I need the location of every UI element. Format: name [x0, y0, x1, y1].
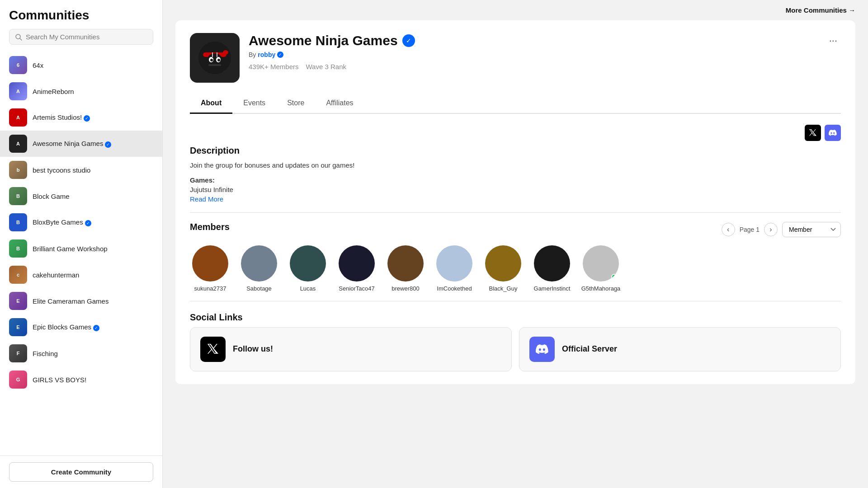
search-icon	[15, 33, 22, 41]
community-item-label: Brilliant Game Workshop	[33, 245, 108, 253]
sidebar-item-epic[interactable]: EEpic Blocks Games✓	[0, 314, 162, 340]
prev-page-button[interactable]: ‹	[722, 223, 735, 236]
member-card-g5th[interactable]: G5thMahoraga	[580, 245, 621, 292]
community-avatar: A	[9, 82, 27, 100]
rank-stat: Wave 3 Rank	[306, 63, 346, 70]
community-avatar: B	[9, 239, 27, 258]
svg-point-7	[210, 59, 213, 61]
community-avatar: E	[9, 292, 27, 310]
community-item-label: Artemis Studios!✓	[33, 113, 90, 122]
sidebar: Communities 664xAAnimeRebornAArtemis Stu…	[0, 0, 163, 488]
members-header: Members ‹ Page 1 › MemberOfficerOwnerAll…	[190, 222, 841, 237]
member-avatar	[290, 245, 326, 282]
community-item-label: 64x	[33, 61, 43, 69]
community-stats: 439K+ Members Wave 3 Rank	[249, 63, 816, 70]
tab-store[interactable]: Store	[276, 94, 315, 114]
verified-icon: ✓	[105, 141, 111, 148]
member-card-senior[interactable]: SeniorTaco47	[336, 245, 377, 292]
member-avatar	[485, 245, 521, 282]
sidebar-item-elite[interactable]: EElite Cameraman Games	[0, 288, 162, 314]
community-logo-svg	[197, 40, 233, 76]
member-avatar	[387, 245, 424, 282]
tab-about[interactable]: About	[190, 94, 232, 114]
member-card-gamerr[interactable]: GamerInstinct	[532, 245, 572, 292]
twitter-icon	[200, 337, 226, 362]
members-section: Members ‹ Page 1 › MemberOfficerOwnerAll…	[190, 222, 841, 292]
member-name: Lucas	[300, 285, 316, 292]
sidebar-item-girls[interactable]: GGIRLS VS BOYS!	[0, 366, 162, 393]
member-card-sabotage[interactable]: Sabotage	[239, 245, 279, 292]
member-name: G5thMahoraga	[581, 285, 621, 292]
member-avatar	[436, 245, 472, 282]
create-community-button[interactable]: Create Community	[9, 462, 153, 482]
members-controls: ‹ Page 1 › MemberOfficerOwnerAll Roles	[722, 222, 841, 237]
social-card-twitter[interactable]: Follow us!	[190, 327, 512, 371]
member-filter-dropdown[interactable]: MemberOfficerOwnerAll Roles	[782, 222, 841, 237]
member-card-imcook[interactable]: ImCookethed	[434, 245, 475, 292]
community-info: Awesome Ninja Games ✓ By robby ✓ 439K+ M…	[249, 33, 816, 70]
discord-social-icon[interactable]	[825, 125, 841, 141]
members-stat: 439K+ Members	[249, 63, 298, 70]
read-more-link[interactable]: Read More	[190, 195, 223, 203]
author-verified-badge: ✓	[277, 52, 283, 58]
member-card-brewer[interactable]: brewer800	[385, 245, 426, 292]
social-card-label: Official Server	[562, 344, 617, 354]
next-page-button[interactable]: ›	[764, 223, 778, 236]
member-card-lucas[interactable]: Lucas	[288, 245, 328, 292]
description-title: Description	[190, 145, 841, 156]
more-communities-link[interactable]: More Communities →	[786, 6, 855, 14]
social-links-section: Social Links Follow us!Official Server	[190, 312, 841, 371]
social-cards: Follow us!Official Server	[190, 327, 841, 371]
community-avatar: 6	[9, 56, 27, 74]
member-card-sukuna[interactable]: sukuna2737	[190, 245, 231, 292]
svg-point-8	[217, 59, 220, 61]
community-item-label: GIRLS VS BOYS!	[33, 376, 86, 384]
discord-icon	[529, 337, 555, 362]
community-author[interactable]: robby	[258, 51, 275, 58]
sidebar-header: Communities	[0, 0, 162, 49]
member-avatar	[339, 245, 375, 282]
community-logo	[190, 33, 240, 83]
svg-line-1	[20, 38, 22, 40]
sidebar-item-best[interactable]: bbest tycoons studio	[0, 157, 162, 183]
social-card-discord[interactable]: Official Server	[519, 327, 841, 371]
sidebar-item-fisching[interactable]: FFisching	[0, 340, 162, 366]
member-avatar	[241, 245, 277, 282]
social-links-title: Social Links	[190, 312, 841, 323]
member-card-blackguy[interactable]: Black_Guy	[483, 245, 524, 292]
sidebar-item-awesome[interactable]: AAwesome Ninja Games✓	[0, 131, 162, 157]
sidebar-item-artemis[interactable]: AArtemis Studios!✓	[0, 104, 162, 131]
divider-2	[190, 301, 841, 301]
main-content: More Communities →	[163, 0, 868, 488]
community-avatar: b	[9, 161, 27, 179]
svg-rect-9	[208, 64, 221, 66]
verified-icon: ✓	[93, 325, 99, 331]
x-social-icon[interactable]	[805, 125, 821, 141]
member-name: sukuna2737	[194, 285, 226, 292]
more-options-button[interactable]: ···	[826, 33, 841, 48]
top-bar: More Communities →	[163, 0, 868, 20]
tab-affiliates[interactable]: Affiliates	[315, 94, 364, 114]
community-card: Awesome Ninja Games ✓ By robby ✓ 439K+ M…	[175, 20, 855, 384]
sidebar-item-brilliant[interactable]: BBrilliant Game Workshop	[0, 235, 162, 262]
verified-icon: ✓	[85, 220, 91, 226]
sidebar-item-block[interactable]: BBlock Game	[0, 183, 162, 209]
sidebar-item-64x[interactable]: 664x	[0, 52, 162, 78]
svg-point-4	[207, 53, 223, 70]
community-list: 664xAAnimeRebornAArtemis Studios!✓AAweso…	[0, 49, 162, 455]
search-input[interactable]	[26, 33, 147, 41]
member-name: SeniorTaco47	[339, 285, 375, 292]
community-item-label: Block Game	[33, 192, 70, 200]
tab-events[interactable]: Events	[232, 94, 276, 114]
community-avatar: B	[9, 187, 27, 205]
member-name: ImCookethed	[437, 285, 472, 292]
member-avatar	[583, 245, 619, 282]
members-grid: sukuna2737SabotageLucasSeniorTaco47brewe…	[190, 245, 841, 292]
sidebar-item-cake[interactable]: ccakehunterman	[0, 262, 162, 288]
member-name: GamerInstinct	[534, 285, 571, 292]
sidebar-item-bloxbyte[interactable]: BBloxByte Games✓	[0, 209, 162, 235]
community-by: By robby ✓	[249, 51, 816, 58]
search-box[interactable]	[9, 29, 153, 45]
sidebar-item-animereborn[interactable]: AAnimeReborn	[0, 78, 162, 104]
community-avatar: A	[9, 108, 27, 127]
